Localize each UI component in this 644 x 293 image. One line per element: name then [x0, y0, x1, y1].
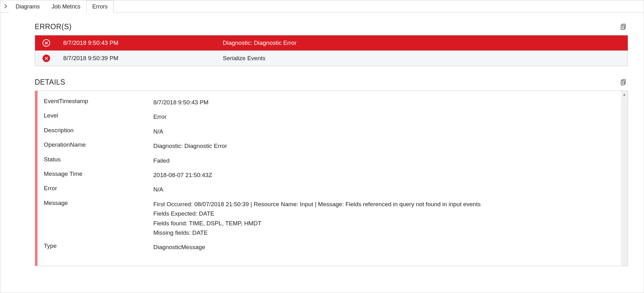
tab-bar: Diagrams Job Metrics Errors: [0, 0, 644, 13]
error-timestamp: 8/7/2018 9:50:39 PM: [63, 55, 223, 62]
detail-row: Description N/A: [44, 124, 615, 139]
details-panel: EventTimestamp 8/7/2018 9:50:43 PM Level…: [35, 91, 628, 266]
error-row[interactable]: ✕ 8/7/2018 9:50:39 PM Serialize Events: [35, 51, 628, 66]
detail-row: Message First Occurred: 08/07/2018 21:50…: [44, 197, 615, 240]
scrollbar[interactable]: ▴: [621, 91, 628, 266]
details-header: DETAILS: [35, 77, 628, 87]
detail-key: EventTimestamp: [44, 98, 153, 105]
detail-value: Error: [153, 112, 615, 122]
error-timestamp: 8/7/2018 9:50:43 PM: [63, 39, 223, 46]
app-window: Diagrams Job Metrics Errors ERROR(S) ✕ 8…: [0, 0, 644, 293]
details-body: EventTimestamp 8/7/2018 9:50:43 PM Level…: [38, 91, 621, 266]
error-message: Diagnostic: Diagnostic Error: [223, 39, 628, 46]
detail-value: Diagnostic: Diagnostic Error: [153, 141, 615, 151]
error-row[interactable]: ✕ 8/7/2018 9:50:43 PM Diagnostic: Diagno…: [35, 35, 628, 51]
detail-row: Error N/A: [44, 182, 615, 197]
copy-errors-icon[interactable]: [619, 22, 628, 31]
detail-key: Level: [44, 112, 153, 119]
error-message: Serialize Events: [223, 55, 628, 62]
copy-details-icon[interactable]: [619, 77, 628, 87]
detail-row: OperationName Diagnostic: Diagnostic Err…: [44, 139, 615, 153]
detail-value: Failed: [153, 156, 615, 165]
tab-job-metrics[interactable]: Job Metrics: [46, 1, 86, 13]
tabs-container: Diagrams Job Metrics Errors: [10, 0, 114, 12]
detail-row: Type DiagnosticMessage: [44, 240, 615, 254]
error-icon-cell: ✕: [35, 39, 63, 47]
detail-key: Message: [44, 200, 153, 207]
detail-row: Message Time 2018-08-07 21:50:43Z: [44, 168, 615, 182]
errors-list: ✕ 8/7/2018 9:50:43 PM Diagnostic: Diagno…: [35, 35, 628, 66]
detail-key: Status: [44, 156, 153, 163]
severity-stripe: [35, 91, 38, 266]
details-title: DETAILS: [35, 78, 65, 86]
detail-row: EventTimestamp 8/7/2018 9:50:43 PM: [44, 95, 615, 110]
detail-row: Status Failed: [44, 154, 615, 168]
detail-key: OperationName: [44, 141, 153, 148]
error-icon: ✕: [43, 55, 50, 62]
scroll-up-arrow-icon[interactable]: ▴: [623, 91, 625, 98]
detail-key: Type: [44, 243, 153, 249]
detail-row: Level Error: [44, 110, 615, 124]
detail-value: First Occurred: 08/07/2018 21:50:39 | Re…: [153, 200, 615, 238]
error-icon: ✕: [43, 39, 50, 47]
detail-key: Message Time: [44, 170, 153, 177]
tab-diagrams[interactable]: Diagrams: [10, 1, 46, 13]
content-area: ERROR(S) ✕ 8/7/2018 9:50:43 PM Diagnosti…: [0, 13, 644, 266]
chevron-right-icon[interactable]: [2, 0, 10, 12]
detail-value: N/A: [153, 185, 615, 194]
detail-value: N/A: [153, 127, 615, 136]
errors-title: ERROR(S): [35, 23, 72, 31]
detail-value: 8/7/2018 9:50:43 PM: [153, 98, 615, 107]
errors-header: ERROR(S): [35, 22, 628, 31]
detail-value: DiagnosticMessage: [153, 243, 615, 252]
tab-errors[interactable]: Errors: [86, 1, 114, 13]
detail-key: Error: [44, 185, 153, 192]
detail-key: Description: [44, 127, 153, 134]
error-icon-cell: ✕: [35, 55, 63, 62]
detail-value: 2018-08-07 21:50:43Z: [153, 170, 615, 180]
